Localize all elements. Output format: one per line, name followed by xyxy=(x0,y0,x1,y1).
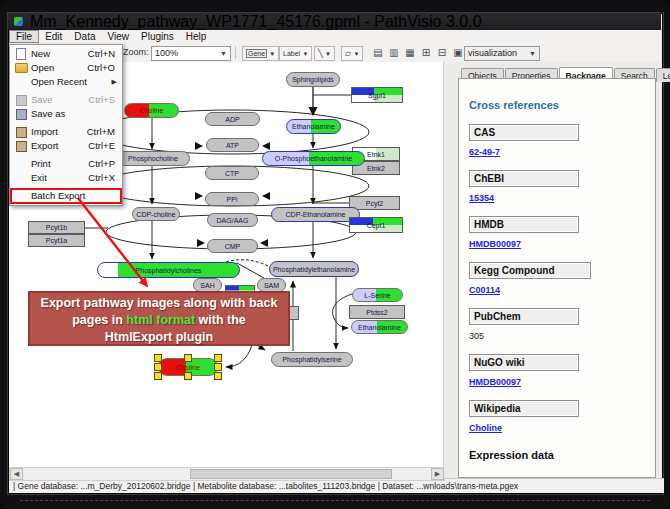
pathway-node-cmp[interactable]: CMP xyxy=(207,239,258,253)
canvas-horizontal-scrollbar[interactable]: ◀ ▶ xyxy=(9,467,445,481)
floppy-icon xyxy=(16,109,27,120)
menu-view[interactable]: View xyxy=(101,30,135,43)
xref-link[interactable]: Choline xyxy=(469,423,655,433)
page-icon xyxy=(16,48,26,60)
pathway-node-choline-top[interactable]: Choline xyxy=(124,103,179,118)
menu-file[interactable]: File xyxy=(9,30,39,43)
pathway-node-sah[interactable]: SAH xyxy=(193,278,222,292)
file-menu-item-save[interactable]: SaveCtrl+S xyxy=(11,93,121,107)
xref-link[interactable]: HMDB00097 xyxy=(469,377,655,387)
visualization-combobox[interactable]: visualization▼ xyxy=(464,46,540,61)
xref-section-pubchem: PubChem305 xyxy=(469,308,655,341)
screenshot-stage: Mm_Kennedy_pathway_WP1771_45176.gpml - P… xyxy=(0,0,670,509)
file-menu-item-open[interactable]: OpenCtrl+O xyxy=(11,61,121,75)
node-label: Phosphatidylethanolamine xyxy=(273,266,355,273)
pathway-node-phosphocholine[interactable]: Phosphocholine xyxy=(116,151,190,166)
xref-section-chebi: ChEBI15354 xyxy=(469,170,655,203)
node-label: PPi xyxy=(227,196,238,203)
xref-title: PubChem xyxy=(469,308,579,325)
pathway-node-atp[interactable]: ATP xyxy=(206,138,259,152)
selection-handle[interactable] xyxy=(154,354,162,362)
frame-artifact xyxy=(20,500,650,501)
node-label: Choline xyxy=(176,364,200,371)
node-label: DAG/AAG xyxy=(217,217,249,224)
file-menu-item-export[interactable]: ExportCtrl+E xyxy=(11,139,121,153)
xref-link[interactable]: 15354 xyxy=(469,193,655,203)
align-center-horizontal-icon[interactable]: ▤ xyxy=(371,46,385,59)
pathway-node-pcyt1b[interactable]: Pcyt1b xyxy=(28,221,85,234)
xref-link[interactable]: 62-49-7 xyxy=(469,147,655,157)
node-label: SAM xyxy=(264,282,279,289)
xref-link[interactable]: HMDB00097 xyxy=(469,239,655,249)
pathway-node-sphingolipids[interactable]: Sphingolipids xyxy=(286,72,340,87)
selection-handle[interactable] xyxy=(184,372,192,380)
file-menu-item-save-as[interactable]: Save as xyxy=(11,107,121,121)
xref-link[interactable]: C00114 xyxy=(469,285,655,295)
pathway-node-phosphatidylcholines[interactable]: Phosphatidylcholines xyxy=(97,262,240,278)
file-menu-item-new[interactable]: NewCtrl+N xyxy=(11,47,121,61)
selection-handle[interactable] xyxy=(184,354,192,362)
file-menu-item-batch-export[interactable]: Batch Export xyxy=(11,189,121,203)
distribute-columns-icon[interactable]: ⊞ xyxy=(419,46,433,59)
pathway-node-phosphatidylserine[interactable]: Phosphatidylserine xyxy=(271,352,353,367)
file-menu-item-open-recent[interactable]: Open Recent▶ xyxy=(11,75,121,89)
scroll-left-icon[interactable]: ◀ xyxy=(10,468,23,480)
selection-handle[interactable] xyxy=(214,363,222,371)
backpage-panel: Cross references CAS62-49-7ChEBI15354HMD… xyxy=(458,78,656,478)
node-label: Phosphatidylcholines xyxy=(136,267,202,274)
xref-title: CAS xyxy=(469,124,579,141)
app-icon xyxy=(14,17,23,26)
file-menu-item-import[interactable]: ImportCtrl+M xyxy=(11,125,121,139)
node-label: ADP xyxy=(225,116,239,123)
file-menu-item-exit[interactable]: ExitCtrl+X xyxy=(11,171,121,185)
scroll-right-icon[interactable]: ▶ xyxy=(431,468,444,480)
pathway-node-ctp[interactable]: CTP xyxy=(205,166,259,180)
node-label: Ethanolamine xyxy=(292,123,335,130)
stack-vertical-icon[interactable]: ⊟ xyxy=(435,46,449,59)
distribute-rows-icon[interactable]: ▦ xyxy=(403,46,417,59)
node-label: O-Phosphoethanolamine xyxy=(275,155,352,162)
selection-handle[interactable] xyxy=(154,363,162,371)
align-center-vertical-icon[interactable]: ▥ xyxy=(387,46,401,59)
pathway-node-ppi[interactable]: PPi xyxy=(205,192,259,206)
tab-legend[interactable]: Legend xyxy=(656,68,670,82)
file-menu-item-print[interactable]: PrintCtrl+P xyxy=(11,157,121,171)
node-label: Ptdss2 xyxy=(366,309,387,316)
xref-title: Kegg Compound xyxy=(469,262,591,279)
scroll-thumb[interactable] xyxy=(190,469,392,479)
pathway-node-dag-aag[interactable]: DAG/AAG xyxy=(207,213,258,227)
node-label: ATP xyxy=(226,142,239,149)
pathway-node-ethanolamine-bottom[interactable]: Ethanolamine xyxy=(351,320,408,334)
pathway-node-cdp-ethanolamine[interactable]: CDP-Ethanolamine xyxy=(271,207,360,222)
pathway-node-sam[interactable]: SAM xyxy=(257,278,286,292)
stack-horizontal-icon[interactable]: ▣ xyxy=(451,46,465,59)
menu-bar: FileEditDataViewPluginsHelp xyxy=(9,30,660,45)
shape-tool-button[interactable]: ▱ ▼ xyxy=(341,46,363,61)
gene-tool-button[interactable]: Gene ▼ xyxy=(242,46,279,61)
line-tool-button[interactable]: ╲ ▼ xyxy=(314,46,335,61)
selection-handle[interactable] xyxy=(154,372,162,380)
node-label: Sphingolipids xyxy=(292,76,334,83)
xref-section-wikipedia: WikipediaCholine xyxy=(469,400,655,433)
label-tool-button[interactable]: Label ▼ xyxy=(279,46,312,61)
pathway-node-adp[interactable]: ADP xyxy=(205,112,260,126)
pathway-node-o-phosphoethanolamine[interactable]: O-Phosphoethanolamine xyxy=(262,151,365,166)
menu-plugins[interactable]: Plugins xyxy=(135,30,180,43)
pathway-node-ethanolamine-top[interactable]: Ethanolamine xyxy=(286,119,341,134)
port-icon xyxy=(16,127,27,138)
pathway-node-pcyt1a[interactable]: Pcyt1a xyxy=(28,234,85,247)
zoom-combobox[interactable]: 100%▼ xyxy=(151,46,231,61)
chevron-down-icon: ▼ xyxy=(220,47,227,60)
pathway-node-cdp-choline[interactable]: CDP-choline xyxy=(132,207,180,221)
pathway-node-cept1[interactable]: Cept1 xyxy=(349,217,403,233)
selection-handle[interactable] xyxy=(214,354,222,362)
node-label: Phosphocholine xyxy=(128,155,178,162)
menu-help[interactable]: Help xyxy=(180,30,213,43)
selection-handle[interactable] xyxy=(214,372,222,380)
pathway-node-l-serine[interactable]: L-Serine xyxy=(352,288,403,302)
menu-edit[interactable]: Edit xyxy=(39,30,68,43)
pathway-node-ptdss2[interactable]: Ptdss2 xyxy=(349,305,405,319)
pathway-node-phosphatidylethanolamine[interactable]: Phosphatidylethanolamine xyxy=(269,261,359,277)
pathway-node-sgpl1[interactable]: Sgpl1 xyxy=(351,87,403,103)
menu-data[interactable]: Data xyxy=(68,30,101,43)
